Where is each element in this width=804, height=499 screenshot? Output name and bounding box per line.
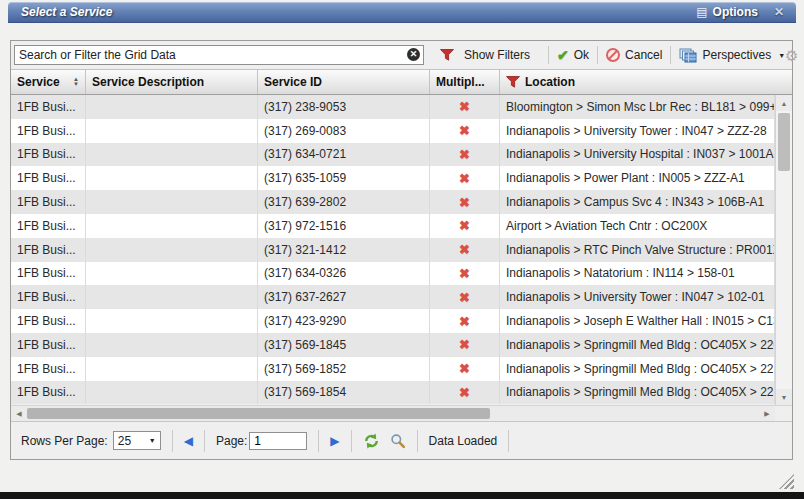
status-text: Data Loaded [429, 434, 498, 448]
cell-location: Indianapolis > Springmill Med Bldg : OC4… [500, 381, 775, 405]
refresh-button[interactable] [363, 433, 380, 449]
cell-service-id: (317) 569-1845 [258, 333, 430, 357]
column-header-service[interactable]: Service ▲▼ [11, 70, 86, 94]
cell-location: Airport > Aviation Tech Cntr : OC200X [500, 214, 775, 238]
footer-separator [318, 430, 319, 452]
scroll-left-icon[interactable]: ◀ [11, 410, 27, 418]
chevron-down-icon: ▼ [778, 52, 785, 59]
red-x-icon: ✖ [459, 266, 470, 281]
cell-multiple: ✖ [430, 166, 500, 190]
cell-location: Indianapolis > RTC Pinch Valve Structure… [500, 238, 775, 262]
table-row[interactable]: 1FB Busi... (317) 972-1516 ✖ Airport > A… [11, 214, 775, 238]
close-icon[interactable]: ✕ [774, 5, 784, 19]
cell-service-id: (317) 972-1516 [258, 214, 430, 238]
column-header-service-description[interactable]: Service Description [86, 70, 258, 94]
cancel-button[interactable]: Cancel [606, 48, 662, 62]
cell-location: Indianapolis > Power Plant : IN005 > ZZZ… [500, 166, 775, 190]
scroll-down-icon[interactable]: ▼ [776, 389, 792, 405]
table-row[interactable]: 1FB Busi... (317) 569-1845 ✖ Indianapoli… [11, 333, 775, 357]
scroll-right-icon[interactable]: ▶ [759, 410, 775, 418]
cancel-label: Cancel [625, 48, 662, 62]
bottom-bar [0, 492, 804, 499]
cell-location: Indianapolis > Campus Svc 4 : IN343 > 10… [500, 190, 775, 214]
search-input[interactable] [14, 45, 424, 65]
pager-footer: Rows Per Page: 25 ▼ ◀ Page: ▶ [11, 421, 792, 459]
perspectives-layers-icon [679, 48, 697, 63]
cell-service-description [86, 214, 258, 238]
cell-service: 1FB Busi... [11, 285, 86, 309]
table-row[interactable]: 1FB Busi... (317) 569-1852 ✖ Indianapoli… [11, 357, 775, 381]
horizontal-scrollbar-thumb[interactable] [27, 408, 490, 419]
table-row[interactable]: 1FB Busi... (317) 269-0083 ✖ Indianapoli… [11, 119, 775, 143]
toolbar-separator [597, 46, 598, 64]
scrollbar-corner [775, 405, 792, 421]
grid-area: 1FB Busi... (317) 238-9053 ✖ Bloomington… [11, 95, 792, 405]
cell-service-description [86, 143, 258, 167]
options-button[interactable]: ▤ Options [696, 5, 758, 19]
rows-per-page-select[interactable]: 25 ▼ [113, 431, 161, 450]
sort-icon: ▲▼ [73, 77, 79, 87]
cell-service-id: (317) 423-9290 [258, 309, 430, 333]
cell-multiple: ✖ [430, 285, 500, 309]
red-x-icon: ✖ [459, 123, 470, 138]
clear-search-icon[interactable]: ✕ [407, 48, 420, 61]
perspectives-button[interactable]: Perspectives ▼ [679, 48, 785, 63]
cell-multiple: ✖ [430, 214, 500, 238]
ok-button[interactable]: ✔ Ok [557, 47, 589, 63]
vertical-scrollbar[interactable]: ▲ ▼ [775, 95, 792, 405]
previous-page-button[interactable]: ◀ [184, 434, 193, 448]
cell-service: 1FB Busi... [11, 381, 86, 405]
cell-location: Bloomington > Simon Msc Lbr Rec : BL181 … [500, 95, 775, 119]
column-header-service-id[interactable]: Service ID [258, 70, 430, 94]
gear-icon[interactable]: ⚙ [785, 48, 798, 63]
cell-service-description [86, 262, 258, 286]
cancel-no-entry-icon [606, 48, 620, 62]
dialog-titlebar[interactable]: Select a Service ▤ Options ✕ [8, 2, 796, 23]
cell-service-description [86, 95, 258, 119]
cell-location: Indianapolis > Joseph E Walther Hall : I… [500, 309, 775, 333]
vertical-scrollbar-thumb[interactable] [778, 113, 790, 171]
show-filters-button[interactable]: Show Filters [440, 48, 530, 62]
table-row[interactable]: 1FB Busi... (317) 639-2802 ✖ Indianapoli… [11, 190, 775, 214]
cell-service: 1FB Busi... [11, 190, 86, 214]
scroll-up-icon[interactable]: ▲ [776, 95, 792, 111]
column-label: Location [525, 75, 575, 89]
search-lookup-button[interactable] [390, 433, 406, 449]
column-header-multiple[interactable]: Multipl... [430, 70, 500, 94]
table-row[interactable]: 1FB Busi... (317) 569-1854 ✖ Indianapoli… [11, 381, 775, 405]
vertical-scrollbar-track[interactable] [776, 171, 792, 389]
table-row[interactable]: 1FB Busi... (317) 634-0326 ✖ Indianapoli… [11, 262, 775, 286]
cell-service: 1FB Busi... [11, 238, 86, 262]
page-number-input[interactable] [249, 432, 307, 450]
resize-grip[interactable] [779, 474, 794, 489]
chevron-down-icon: ▼ [149, 437, 156, 444]
table-row[interactable]: 1FB Busi... (317) 637-2627 ✖ Indianapoli… [11, 285, 775, 309]
table-row[interactable]: 1FB Busi... (317) 423-9290 ✖ Indianapoli… [11, 309, 775, 333]
next-page-button[interactable]: ▶ [330, 434, 339, 448]
search-wrap: ✕ [14, 45, 424, 65]
horizontal-scrollbar[interactable]: ◀ ▶ [11, 405, 775, 421]
table-row[interactable]: 1FB Busi... (317) 635-1059 ✖ Indianapoli… [11, 166, 775, 190]
table-row[interactable]: 1FB Busi... (317) 321-1412 ✖ Indianapoli… [11, 238, 775, 262]
cell-service: 1FB Busi... [11, 143, 86, 167]
column-label: Multipl... [436, 75, 485, 89]
column-header-location[interactable]: Location [500, 70, 792, 94]
cell-multiple: ✖ [430, 238, 500, 262]
table-row[interactable]: 1FB Busi... (317) 634-0721 ✖ Indianapoli… [11, 143, 775, 167]
cell-multiple: ✖ [430, 95, 500, 119]
cell-multiple: ✖ [430, 309, 500, 333]
cell-location: Indianapolis > Natatorium : IN114 > 158-… [500, 262, 775, 286]
footer-separator [351, 430, 352, 452]
cell-multiple: ✖ [430, 190, 500, 214]
cell-service: 1FB Busi... [11, 309, 86, 333]
cell-service-description [86, 357, 258, 381]
cell-service-id: (317) 269-0083 [258, 119, 430, 143]
show-filters-label: Show Filters [464, 48, 530, 62]
cell-service-id: (317) 238-9053 [258, 95, 430, 119]
red-x-icon: ✖ [459, 361, 470, 376]
filter-funnel-icon [440, 49, 454, 61]
cell-service: 1FB Busi... [11, 333, 86, 357]
table-row[interactable]: 1FB Busi... (317) 238-9053 ✖ Bloomington… [11, 95, 775, 119]
column-label: Service ID [264, 75, 322, 89]
toolbar-separator [670, 46, 671, 64]
